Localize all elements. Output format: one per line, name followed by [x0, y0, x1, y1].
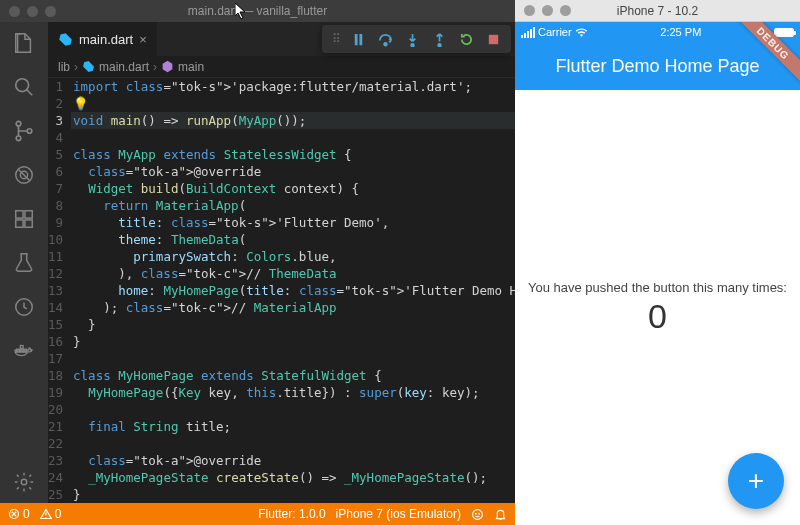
- svg-point-18: [438, 43, 441, 46]
- battery-icon: [774, 28, 794, 37]
- warnings-count[interactable]: 0: [40, 507, 62, 521]
- chevron-right-icon: ›: [74, 60, 78, 74]
- git-icon[interactable]: [11, 118, 37, 144]
- maximize-window-icon[interactable]: [45, 6, 56, 17]
- code-editor[interactable]: 1234567891011121314151617181920212223242…: [48, 78, 515, 503]
- svg-rect-6: [16, 211, 23, 218]
- search-icon[interactable]: [11, 74, 37, 100]
- app-bar-title: Flutter Demo Home Page: [555, 56, 759, 77]
- svg-point-2: [16, 136, 21, 141]
- svg-rect-7: [16, 220, 23, 227]
- minimize-window-icon[interactable]: [27, 6, 38, 17]
- counter-caption: You have pushed the button this many tim…: [528, 280, 787, 295]
- breadcrumb-symbol[interactable]: main: [178, 60, 204, 74]
- svg-point-1: [16, 121, 21, 126]
- debug-icon[interactable]: [11, 162, 37, 188]
- beaker-icon[interactable]: [11, 250, 37, 276]
- errors-count[interactable]: 0: [8, 507, 30, 521]
- svg-point-17: [411, 43, 414, 46]
- debug-toolbar[interactable]: ⠿: [322, 25, 511, 53]
- svg-point-23: [479, 513, 480, 514]
- window-controls[interactable]: [0, 6, 56, 17]
- stop-icon[interactable]: [486, 32, 501, 47]
- editor-area: main.dart × ⠿ lib › main.dart ›: [48, 22, 515, 503]
- flutter-version[interactable]: Flutter: 1.0.0: [258, 507, 325, 521]
- cellular-signal-icon: [521, 27, 535, 38]
- fab-add-button[interactable]: +: [728, 453, 784, 509]
- extensions-icon[interactable]: [11, 206, 37, 232]
- pause-icon[interactable]: [351, 32, 366, 47]
- mouse-cursor-icon: [235, 3, 247, 19]
- simulator-titlebar[interactable]: iPhone 7 - 10.2: [515, 0, 800, 22]
- line-number-gutter: 1234567891011121314151617181920212223242…: [48, 78, 73, 503]
- tab-label: main.dart: [79, 32, 133, 47]
- device-screen: Carrier 2:25 PM Flutter Demo Home Page D…: [515, 22, 800, 525]
- vscode-window: main.dart — vanilla_flutter main.dart ×: [0, 0, 515, 525]
- counter-value: 0: [648, 297, 667, 336]
- svg-point-0: [16, 79, 29, 92]
- app-bar: Flutter Demo Home Page: [515, 42, 800, 90]
- close-window-icon[interactable]: [9, 6, 20, 17]
- tab-bar: main.dart × ⠿: [48, 22, 515, 56]
- notifications-icon[interactable]: [494, 508, 507, 521]
- status-bar: 0 0 Flutter: 1.0.0 iPhone 7 (ios Emulato…: [0, 503, 515, 525]
- svg-point-21: [473, 509, 483, 519]
- step-over-icon[interactable]: [378, 32, 393, 47]
- carrier-label: Carrier: [538, 26, 572, 38]
- settings-gear-icon[interactable]: [11, 469, 37, 495]
- breadcrumb-file[interactable]: main.dart: [99, 60, 149, 74]
- code-content[interactable]: import class="tok-s">'package:flutter/ma…: [73, 78, 515, 503]
- svg-rect-8: [25, 220, 32, 227]
- maximize-window-icon[interactable]: [560, 5, 571, 16]
- svg-rect-14: [20, 346, 23, 349]
- symbol-method-icon: [161, 60, 174, 73]
- svg-point-3: [27, 129, 32, 134]
- step-into-icon[interactable]: [405, 32, 420, 47]
- breadcrumb[interactable]: lib › main.dart › main: [48, 56, 515, 78]
- ios-status-bar: Carrier 2:25 PM: [515, 22, 800, 42]
- close-window-icon[interactable]: [524, 5, 535, 16]
- plus-icon: +: [748, 465, 764, 497]
- clock: 2:25 PM: [660, 26, 701, 38]
- breadcrumb-folder[interactable]: lib: [58, 60, 70, 74]
- warning-icon: [40, 508, 52, 520]
- tab-close-icon[interactable]: ×: [139, 32, 147, 47]
- svg-point-16: [384, 42, 387, 45]
- chevron-right-icon: ›: [153, 60, 157, 74]
- device-selector[interactable]: iPhone 7 (ios Emulator): [336, 507, 461, 521]
- svg-point-15: [21, 479, 27, 485]
- explorer-icon[interactable]: [11, 30, 37, 56]
- svg-point-22: [475, 513, 476, 514]
- restart-icon[interactable]: [459, 32, 474, 47]
- tab-main-dart[interactable]: main.dart ×: [48, 22, 158, 56]
- dart-file-icon: [58, 32, 73, 47]
- feedback-icon[interactable]: [471, 508, 484, 521]
- ios-simulator-window: iPhone 7 - 10.2 Carrier 2:25 PM Flutter …: [515, 0, 800, 525]
- dart-file-icon: [82, 60, 95, 73]
- step-out-icon[interactable]: [432, 32, 447, 47]
- svg-rect-9: [25, 211, 32, 218]
- window-title: main.dart — vanilla_flutter: [0, 4, 515, 18]
- wifi-icon: [575, 27, 588, 37]
- docker-icon[interactable]: [11, 338, 37, 364]
- vscode-titlebar[interactable]: main.dart — vanilla_flutter: [0, 0, 515, 22]
- drag-handle-icon[interactable]: ⠿: [332, 32, 339, 46]
- minimize-window-icon[interactable]: [542, 5, 553, 16]
- window-controls[interactable]: [515, 5, 571, 16]
- error-icon: [8, 508, 20, 520]
- svg-rect-19: [489, 34, 498, 43]
- history-icon[interactable]: [11, 294, 37, 320]
- activity-bar: [0, 22, 48, 503]
